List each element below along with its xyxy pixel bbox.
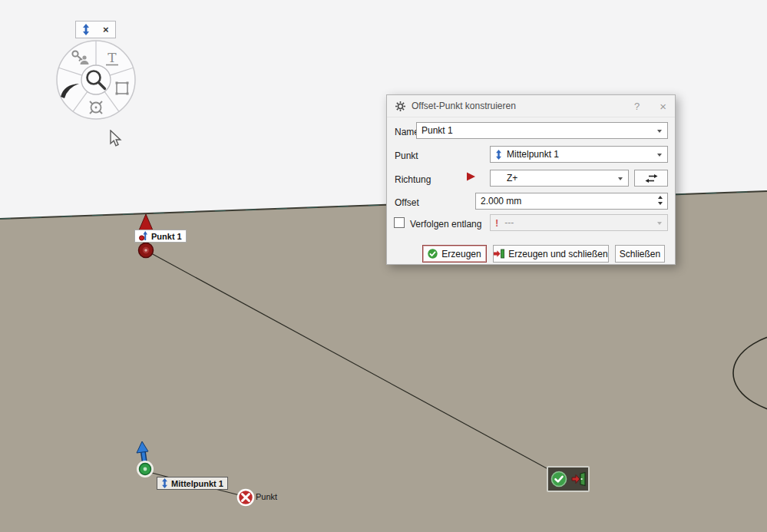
radial-menu: T (50, 34, 142, 126)
verfolgen-label: Verfolgen entlang (410, 219, 481, 230)
midpoint-updown-icon (161, 478, 168, 488)
direction-flag-icon (467, 172, 476, 181)
mouse-cursor (109, 130, 123, 147)
offset-input-value: 2.000 mm (481, 196, 521, 207)
scene-label-mittelpunkt-text: Mittelpunkt 1 (171, 479, 223, 488)
richtung-label: Richtung (395, 174, 431, 185)
verfolgen-combobox-value: --- (504, 217, 514, 228)
richtung-combobox[interactable]: Z+ (490, 170, 629, 187)
dialog-title: Offset-Punkt konstruieren (412, 101, 634, 111)
create-and-close-button[interactable]: Erzeugen und schließen (493, 245, 609, 263)
create-close-door-icon (494, 249, 504, 259)
punkt-combobox-value: Mittelpunkt 1 (507, 149, 559, 160)
punkt-label: Punkt (395, 150, 418, 161)
svg-text:T: T (107, 50, 117, 65)
scene-label-punkt: Punkt (256, 492, 277, 501)
verfolgen-combobox: ! --- (490, 214, 668, 231)
close-button[interactable]: Schließen (615, 245, 665, 263)
offset-label: Offset (395, 197, 419, 208)
offset-point-mini-icon (139, 231, 148, 241)
name-combobox[interactable]: Punkt 1 (416, 122, 668, 139)
cursor-status-hud (547, 466, 590, 492)
create-and-close-button-label: Erzeugen und schließen (508, 249, 607, 259)
dropdown-arrow-icon (657, 222, 662, 225)
create-button-label: Erzeugen (441, 249, 481, 259)
flip-direction-button[interactable] (634, 170, 668, 187)
dialog-close-button[interactable]: × (660, 100, 666, 113)
dropdown-arrow-icon[interactable] (618, 177, 623, 180)
text-label-icon[interactable]: T (106, 50, 118, 65)
create-and-exit-door-icon (571, 471, 587, 487)
check-circle-small-icon (428, 249, 438, 259)
punkt-combobox[interactable]: Mittelpunkt 1 (490, 146, 668, 163)
swap-arrows-icon (645, 173, 658, 183)
dropdown-arrow-icon[interactable] (657, 130, 662, 133)
scene-label-mittelpunkt: Mittelpunkt 1 (157, 477, 228, 490)
richtung-combobox-value: Z+ (507, 173, 517, 183)
scene-label-punkt1: Punkt 1 (134, 230, 187, 243)
point-updown-icon (495, 150, 502, 160)
offset-spinner[interactable] (658, 196, 663, 205)
create-button[interactable]: Erzeugen (422, 245, 487, 263)
dialog-titlebar[interactable]: Offset-Punkt konstruieren ? × (387, 95, 675, 117)
radial-menu-hub[interactable] (81, 65, 111, 94)
point-marker-x[interactable] (238, 490, 253, 505)
close-button-label: Schließen (620, 249, 660, 259)
verfolgen-checkbox[interactable] (394, 217, 405, 228)
offset-input[interactable]: 2.000 mm (475, 193, 668, 210)
spinner-up-icon[interactable] (658, 196, 663, 199)
check-circle-icon (550, 471, 567, 487)
offset-point-dialog: Offset-Punkt konstruieren ? × Name Punkt… (386, 94, 676, 265)
spinner-down-icon[interactable] (658, 202, 663, 205)
name-combobox-value: Punkt 1 (422, 125, 453, 136)
gear-icon (395, 101, 405, 111)
scene-label-punkt1-text: Punkt 1 (151, 232, 182, 241)
warning-exclamation-icon: ! (495, 217, 498, 229)
dropdown-arrow-icon[interactable] (657, 154, 662, 157)
dialog-help-button[interactable]: ? (634, 101, 640, 112)
